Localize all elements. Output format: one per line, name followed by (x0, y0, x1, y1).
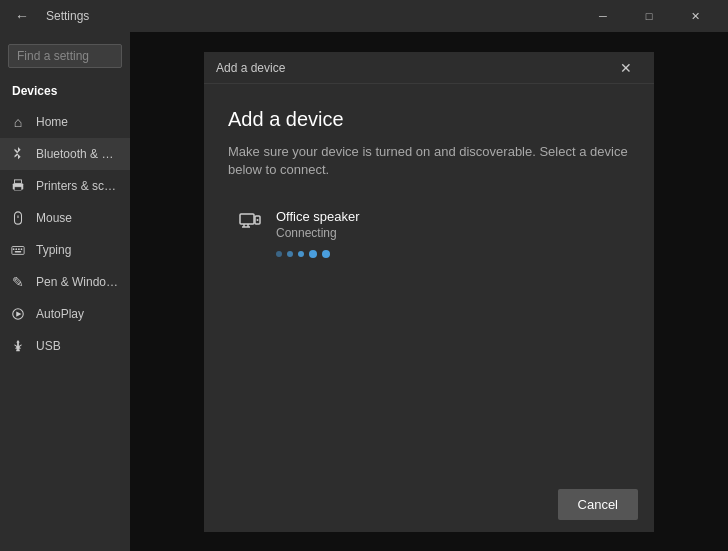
autoplay-icon (10, 306, 26, 322)
sidebar-usb-label: USB (36, 339, 61, 353)
modal-close-button[interactable]: ✕ (610, 52, 642, 84)
sidebar-item-pen[interactable]: ✎ Pen & Windows I (0, 266, 130, 298)
sidebar-typing-label: Typing (36, 243, 71, 257)
sidebar-item-typing[interactable]: Typing (0, 234, 130, 266)
sidebar-item-usb[interactable]: USB (0, 330, 130, 362)
svg-rect-1 (15, 180, 22, 184)
sidebar-bluetooth-label: Bluetooth & othe (36, 147, 120, 161)
sidebar-section-label: Devices (0, 80, 130, 106)
window-controls: ─ □ ✕ (580, 0, 718, 32)
device-icon (236, 209, 264, 237)
close-window-button[interactable]: ✕ (672, 0, 718, 32)
search-placeholder: Find a setting (17, 49, 89, 63)
sidebar: Find a setting Devices ⌂ Home Bluetooth … (0, 32, 130, 551)
modal-titlebar-label: Add a device (216, 61, 610, 75)
sidebar-item-mouse[interactable]: Mouse (0, 202, 130, 234)
sidebar-home-label: Home (36, 115, 68, 129)
sidebar-printers-label: Printers & scanne (36, 179, 120, 193)
dot-1 (276, 251, 282, 257)
dot-3 (298, 251, 304, 257)
sidebar-autoplay-label: AutoPlay (36, 307, 84, 321)
svg-rect-2 (15, 187, 22, 191)
dot-5 (322, 250, 330, 258)
bluetooth-icon (10, 146, 26, 162)
back-button[interactable]: ← (10, 4, 34, 28)
title-bar: ← Settings ─ □ ✕ (0, 0, 728, 32)
device-status: Connecting (276, 226, 360, 240)
sidebar-mouse-label: Mouse (36, 211, 72, 225)
svg-marker-12 (16, 311, 21, 316)
svg-point-18 (257, 219, 259, 221)
modal-body: Add a device Make sure your device is tu… (204, 84, 654, 477)
sidebar-item-autoplay[interactable]: AutoPlay (0, 298, 130, 330)
sidebar-pen-label: Pen & Windows I (36, 275, 120, 289)
restore-button[interactable]: □ (626, 0, 672, 32)
modal-heading: Add a device (228, 108, 630, 131)
printer-icon (10, 178, 26, 194)
connecting-dots (276, 250, 360, 258)
keyboard-icon (10, 242, 26, 258)
content-pane: Add a device ✕ Add a device Make sure yo… (130, 32, 728, 551)
modal-overlay: Add a device ✕ Add a device Make sure yo… (130, 32, 728, 551)
sidebar-item-printers[interactable]: Printers & scanne (0, 170, 130, 202)
usb-icon (10, 338, 26, 354)
svg-rect-13 (240, 214, 254, 224)
title-bar-controls: ← Settings (10, 4, 89, 28)
svg-rect-5 (12, 247, 24, 255)
mouse-icon (10, 210, 26, 226)
minimize-button[interactable]: ─ (580, 0, 626, 32)
sidebar-item-home[interactable]: ⌂ Home (0, 106, 130, 138)
device-name: Office speaker (276, 209, 360, 224)
dot-4 (309, 250, 317, 258)
dot-2 (287, 251, 293, 257)
title-bar-title: Settings (46, 9, 89, 23)
modal-description: Make sure your device is turned on and d… (228, 143, 630, 179)
device-info: Office speaker Connecting (276, 209, 360, 258)
device-list-item[interactable]: Office speaker Connecting (228, 199, 630, 268)
search-box[interactable]: Find a setting (8, 44, 122, 68)
home-icon: ⌂ (10, 114, 26, 130)
main-area: Find a setting Devices ⌂ Home Bluetooth … (0, 32, 728, 551)
modal-footer: Cancel (204, 477, 654, 532)
sidebar-item-bluetooth[interactable]: Bluetooth & othe (0, 138, 130, 170)
pen-icon: ✎ (10, 274, 26, 290)
add-device-modal: Add a device ✕ Add a device Make sure yo… (204, 52, 654, 532)
modal-titlebar: Add a device ✕ (204, 52, 654, 84)
cancel-button[interactable]: Cancel (558, 489, 638, 520)
